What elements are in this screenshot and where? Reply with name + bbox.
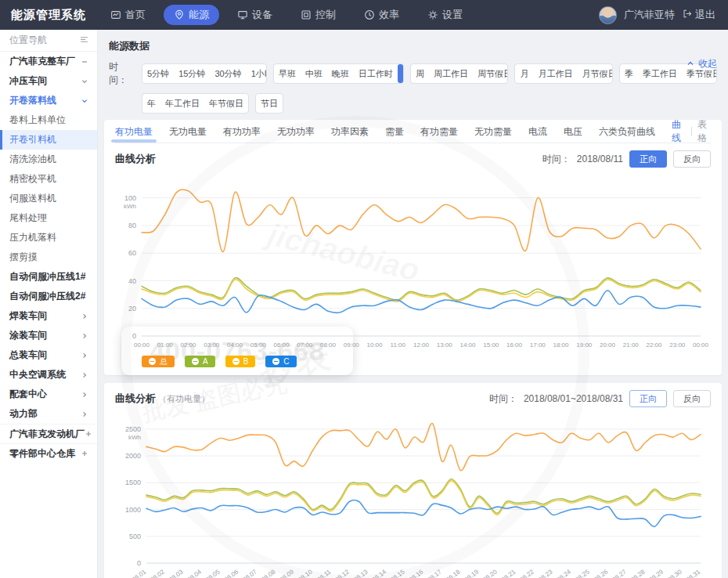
view-toggle-divider	[691, 127, 692, 136]
sidebar-item-17[interactable]: 配套中心	[0, 385, 97, 404]
tab-10[interactable]: 六类负荷曲线	[599, 120, 655, 143]
svg-text:09:00: 09:00	[344, 341, 360, 349]
tab-0[interactable]: 有功电量	[115, 120, 153, 143]
filter-option[interactable]: 周工作日	[429, 64, 473, 83]
sidebar-item-19[interactable]: 广汽菲克发动机厂	[0, 424, 97, 443]
filter-option[interactable]: 5分钟	[142, 64, 174, 83]
tab-8[interactable]: 电流	[528, 120, 547, 143]
sidebar-item-2[interactable]: 开卷落料线	[0, 91, 97, 110]
svg-text:08.07: 08.07	[242, 568, 259, 578]
filter-option[interactable]: 年节假日	[204, 94, 248, 113]
nav-item-4[interactable]: 效率	[354, 5, 409, 25]
filter-option[interactable]: 季工作日	[638, 64, 682, 83]
legend-item-总[interactable]: 总	[142, 356, 175, 367]
sidebar-item-label: 摆剪摸	[9, 251, 38, 264]
nav-item-2[interactable]: 设备	[227, 5, 283, 25]
tab-4[interactable]: 功率因素	[331, 120, 369, 143]
main-content: 能源数据 时间：5分钟15分钟30分钟1小时早班中班晚班日工作时日周周工作日周节…	[98, 30, 728, 578]
logout-button[interactable]: 退出	[682, 8, 715, 22]
sidebar-collapse-icon[interactable]	[80, 35, 88, 46]
filter-option[interactable]: 年	[142, 94, 160, 113]
filter-option[interactable]: 日工作时	[354, 64, 398, 83]
sidebar-item-4[interactable]: 开卷引料机	[0, 130, 97, 150]
svg-text:08.17: 08.17	[427, 568, 444, 578]
sidebar-item-7[interactable]: 伺服送料机	[0, 189, 97, 208]
chart-2-forward-button[interactable]: 正向	[629, 390, 667, 407]
sidebar-item-1[interactable]: 冲压车间	[0, 71, 97, 91]
svg-text:08.30: 08.30	[666, 568, 683, 578]
svg-text:08.09: 08.09	[279, 568, 296, 578]
collapse-filters-button[interactable]: 收起	[687, 57, 717, 70]
svg-text:08.02: 08.02	[150, 568, 167, 578]
chart-1-forward-button[interactable]: 正向	[629, 150, 667, 168]
sidebar-item-10[interactable]: 摆剪摸	[0, 247, 97, 267]
sidebar-item-20[interactable]: 零件部中心仓库	[0, 443, 97, 463]
svg-text:kWh: kWh	[128, 434, 141, 441]
chart-2-reverse-button[interactable]: 反向	[673, 390, 711, 407]
nav-item-5[interactable]: 设置	[417, 5, 473, 25]
user-avatar[interactable]	[599, 6, 617, 24]
legend-item-B[interactable]: B	[225, 356, 256, 367]
filter-option[interactable]: 15分钟	[174, 64, 210, 83]
filter-option[interactable]: 月工作日	[533, 64, 577, 83]
filter-option[interactable]: 30分钟	[210, 64, 246, 83]
sidebar-item-14[interactable]: 涂装车间	[0, 326, 97, 345]
svg-text:08.21: 08.21	[500, 568, 517, 578]
filter-option[interactable]: 季	[620, 64, 638, 83]
sidebar-item-16[interactable]: 中央空调系统	[0, 365, 97, 385]
filter-option[interactable]: 中班	[301, 64, 327, 83]
filter-option[interactable]: 月	[515, 64, 533, 83]
filter-option[interactable]: 晚班	[327, 64, 354, 83]
filter-option[interactable]: 年工作日	[160, 94, 204, 113]
sidebar-item-8[interactable]: 尾料处理	[0, 208, 97, 228]
tab-9[interactable]: 电压	[564, 120, 582, 143]
legend-label: 总	[160, 356, 168, 367]
filter-option[interactable]: 日	[398, 64, 404, 83]
filter-option[interactable]: 周	[411, 64, 429, 83]
tab-2[interactable]: 有功功率	[223, 120, 261, 143]
filter-option[interactable]: 1小时	[247, 64, 267, 83]
svg-text:2500: 2500	[125, 425, 141, 433]
clock-icon	[364, 9, 375, 20]
tab-7[interactable]: 无功需量	[474, 120, 512, 143]
sidebar-item-12[interactable]: 自动伺服冲压线2#	[0, 287, 97, 306]
legend-toggle-icon	[232, 358, 240, 365]
legend-item-C[interactable]: C	[265, 356, 296, 367]
daily-curve-card: 有功电量无功电量有功功率无功功率功率因素需量有功需量无功需量电流电压六类负荷曲线…	[104, 120, 722, 375]
filter-option[interactable]: 周节假日	[473, 64, 508, 83]
svg-text:07:00: 07:00	[297, 341, 313, 349]
svg-text:08.08: 08.08	[260, 568, 277, 578]
nav-item-label: 设置	[442, 8, 463, 22]
svg-text:23:00: 23:00	[669, 341, 686, 349]
chart-1-reverse-button[interactable]: 反向	[673, 150, 711, 168]
svg-text:08.24: 08.24	[556, 568, 573, 578]
sidebar-item-18[interactable]: 动力部	[0, 404, 97, 424]
tab-5[interactable]: 需量	[385, 120, 404, 143]
nav-item-1[interactable]: 能源	[164, 5, 219, 25]
tab-1[interactable]: 无功电量	[169, 120, 207, 143]
svg-text:08.06: 08.06	[223, 568, 240, 578]
sidebar-item-15[interactable]: 总装车间	[0, 345, 97, 365]
legend-item-A[interactable]: A	[185, 356, 215, 367]
view-table-button[interactable]: 表格	[697, 118, 711, 145]
tab-3[interactable]: 无功功率	[277, 120, 315, 143]
filter-row-1: 年年工作日年节假日节日	[142, 93, 717, 114]
filter-option[interactable]: 早班	[274, 64, 301, 83]
sidebar-item-9[interactable]: 压力机落料	[0, 228, 97, 247]
sidebar-item-0[interactable]: 广汽菲克整车厂	[0, 52, 97, 71]
nav-item-0[interactable]: 首页	[100, 5, 156, 25]
svg-text:80: 80	[128, 222, 136, 229]
filter-group-0-1: 早班中班晚班日工作时日	[273, 63, 404, 84]
sidebar-item-13[interactable]: 焊装车间	[0, 306, 97, 326]
sidebar-item-5[interactable]: 清洗涂油机	[0, 150, 97, 169]
sidebar-item-3[interactable]: 卷料上料单位	[0, 110, 97, 130]
nav-item-3[interactable]: 控制	[290, 5, 346, 25]
filter-option[interactable]: 节日	[256, 94, 283, 113]
filter-option[interactable]: 月节假日	[577, 64, 612, 83]
tab-6[interactable]: 有功需量	[420, 120, 458, 143]
energy-data-filters: 能源数据 时间：5分钟15分钟30分钟1小时早班中班晚班日工作时日周周工作日周节…	[104, 36, 722, 114]
chevron-down-icon	[81, 97, 88, 105]
view-curve-button[interactable]: 曲线	[672, 118, 685, 145]
sidebar-item-11[interactable]: 自动伺服冲压线1#	[0, 267, 97, 287]
sidebar-item-6[interactable]: 精密校平机	[0, 169, 97, 189]
